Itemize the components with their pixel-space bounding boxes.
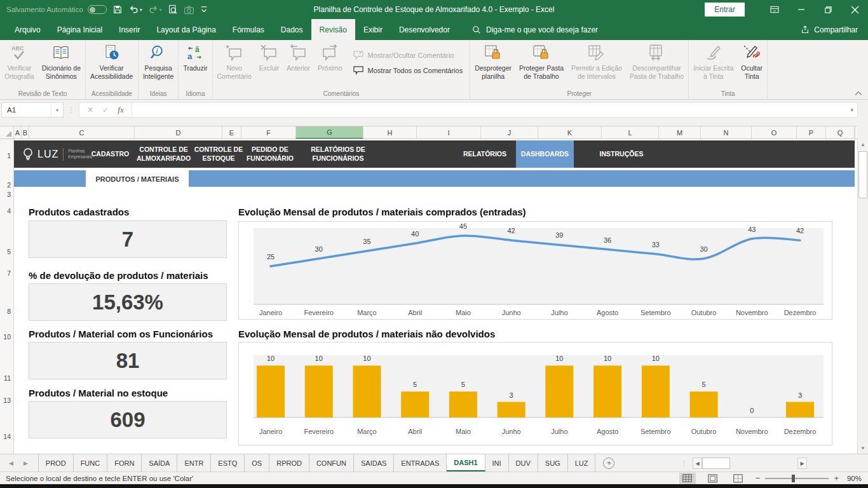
vertical-scroll-thumb[interactable] — [858, 151, 867, 198]
column-header-q[interactable]: Q — [826, 126, 855, 139]
tab-f-rmulas[interactable]: Fórmulas — [224, 19, 273, 40]
sheet-tab-prod[interactable]: PROD — [38, 454, 74, 471]
save-button[interactable] — [112, 4, 123, 15]
column-header-j[interactable]: J — [481, 126, 538, 139]
column-header-g[interactable]: G — [296, 126, 363, 139]
nav-item-cadastro[interactable]: CADASTRO — [85, 140, 135, 168]
scroll-up-icon[interactable]: ▲ — [858, 139, 868, 150]
sheet-tab-luz[interactable]: LUZ — [568, 454, 596, 471]
formula-bar-expand-icon[interactable]: ▾ — [850, 107, 857, 113]
nav-item-dashboards[interactable]: DASHBOARDS — [516, 140, 574, 168]
verificar-acessibilidade-button[interactable]: Verificar Acessibilidade — [86, 41, 137, 90]
column-header-l[interactable]: L — [602, 126, 659, 139]
formula-input[interactable]: ▾ — [132, 102, 858, 118]
zoom-in-icon[interactable]: + — [834, 473, 839, 483]
restore-button[interactable] — [815, 0, 841, 19]
subtab-produtos-materiais[interactable]: PRODUTOS / MATERIAIS — [86, 170, 189, 187]
row-header-11[interactable]: 11 — [4, 374, 11, 382]
tab-revis-o[interactable]: Revisão — [311, 19, 355, 40]
next-sheet-icon[interactable]: ▶ — [24, 460, 28, 466]
customize-qat-icon[interactable] — [200, 5, 208, 14]
row-header-3[interactable]: 3 — [7, 191, 11, 198]
normal-view-button[interactable] — [679, 473, 696, 484]
sheet-tab-os[interactable]: OS — [245, 454, 269, 471]
row-header-13[interactable]: 13 — [3, 396, 11, 404]
column-header-e[interactable]: E — [222, 126, 241, 139]
insert-function-icon[interactable]: fx — [114, 105, 128, 115]
tab-arquivo[interactable]: Arquivo — [6, 19, 49, 40]
sheet-tab-entradas[interactable]: ENTRADAS — [394, 454, 447, 471]
vertical-scrollbar[interactable]: ▲ ▼ — [857, 139, 868, 454]
tab-dados[interactable]: Dados — [273, 19, 311, 40]
ribbon-display-options-icon[interactable] — [761, 0, 788, 19]
sheet-tab-sug[interactable]: SUG — [538, 454, 568, 471]
scroll-right-icon[interactable]: ▶ — [797, 458, 807, 469]
row-header-7[interactable]: 7 — [7, 269, 11, 277]
tab-layout-da-p-gina[interactable]: Layout da Página — [148, 19, 224, 40]
row-header-1[interactable]: 1 — [7, 152, 11, 159]
sign-in-button[interactable]: Entrar — [705, 3, 745, 17]
row-header-5[interactable]: 5 — [7, 248, 11, 255]
nav-item-pedido-de-funcion-rio[interactable]: PEDIDO DE FUNCIONÁRIO — [247, 140, 293, 168]
zoom-slider-thumb[interactable] — [792, 475, 795, 482]
nav-item-instru-es[interactable]: INSTRUÇÕES — [574, 140, 669, 168]
proteger-pasta-de-trabalho-button[interactable]: Proteger Pasta de Trabalho — [515, 41, 567, 90]
tab-split-handle[interactable]: ⋮ — [681, 459, 688, 468]
column-header-m[interactable]: M — [659, 126, 701, 139]
column-header-i[interactable]: I — [417, 126, 481, 139]
horizontal-scroll-thumb[interactable] — [702, 458, 730, 469]
close-button[interactable] — [841, 0, 868, 19]
select-all-corner[interactable] — [0, 126, 14, 139]
column-header-a[interactable]: A — [14, 126, 22, 139]
desproteger-planilha-button[interactable]: Desproteger planilha — [471, 41, 515, 90]
page-break-preview-button[interactable] — [730, 473, 747, 484]
pesquisa-inteligente-button[interactable]: iPesquisa Inteligente — [139, 41, 177, 90]
tell-me-search[interactable]: Diga-me o que você deseja fazer — [472, 19, 598, 40]
tab-p-gina-inicial[interactable]: Página Inicial — [49, 19, 111, 40]
sheet-tab-confun[interactable]: CONFUN — [309, 454, 354, 471]
nav-item-controle-de-estoque[interactable]: CONTROLE DE ESTOQUE — [192, 140, 245, 168]
row-header-10[interactable]: 10 — [3, 333, 11, 341]
horizontal-scrollbar[interactable]: ⋮ ◀ ▶ — [681, 457, 807, 470]
page-layout-view-button[interactable] — [705, 473, 721, 484]
undo-button[interactable]: ▾ — [128, 4, 142, 15]
scroll-left-icon[interactable]: ◀ — [693, 458, 702, 469]
dicion-rio-de-sin-nimos-button[interactable]: Dicionário de Sinônimos — [38, 41, 85, 90]
column-header-k[interactable]: K — [538, 126, 602, 139]
column-header-h[interactable]: H — [363, 126, 417, 139]
zoom-slider[interactable] — [765, 478, 829, 479]
mostrar-todos-os-coment-rios-button[interactable]: Mostrar Todos os Comentários — [353, 65, 463, 75]
traduzir-button[interactable]: ãaTraduzir — [179, 41, 211, 90]
row-header-14[interactable]: 14 — [3, 433, 11, 440]
nav-item-controle-de-almoxarifado[interactable]: CONTROLE DE ALMOXARIFADO — [137, 140, 190, 168]
column-header-b[interactable]: B — [22, 126, 29, 139]
sheet-tab-saidas[interactable]: SAIDAS — [354, 454, 394, 471]
sheet-tab-ini[interactable]: INI — [485, 454, 509, 471]
column-header-p[interactable]: P — [797, 126, 826, 139]
autosave-toggle[interactable]: Salvamento Automático — [6, 5, 107, 14]
print-preview-button[interactable] — [168, 4, 178, 15]
column-header-n[interactable]: N — [701, 126, 752, 139]
sheet-tab-sa-da[interactable]: SAÍDA — [142, 454, 177, 471]
sheet-tab-dash1[interactable]: DASH1 — [447, 454, 485, 471]
tab-desenvolvedor[interactable]: Desenvolvedor — [391, 19, 458, 40]
sheet-tab-estq[interactable]: ESTQ — [211, 454, 245, 471]
column-header-f[interactable]: F — [241, 126, 296, 139]
sheet-tab-rprod[interactable]: RPROD — [269, 454, 309, 471]
sheet-tab-func[interactable]: FUNC — [74, 454, 108, 471]
scroll-down-icon[interactable]: ▼ — [858, 443, 868, 454]
column-header-d[interactable]: D — [135, 126, 222, 139]
add-sheet-button[interactable]: + — [603, 458, 614, 469]
tab-exibir[interactable]: Exibir — [355, 19, 391, 40]
sheet-tab-entr[interactable]: ENTR — [177, 454, 211, 471]
sheet-tab-forn[interactable]: FORN — [107, 454, 142, 471]
collapse-ribbon-icon[interactable] — [855, 91, 862, 96]
autosave-switch-icon[interactable] — [88, 5, 107, 14]
share-button[interactable]: Compartilhar — [800, 19, 868, 40]
column-header-c[interactable]: C — [29, 126, 135, 139]
name-box[interactable]: A1 ▾ — [1, 102, 64, 118]
column-header-o[interactable]: O — [752, 126, 797, 139]
row-header-2[interactable]: 2 — [7, 181, 11, 189]
sheet-tab-duv[interactable]: DUV — [509, 454, 538, 471]
nav-item-relat-rios[interactable]: RELATÓRIOS — [454, 140, 516, 168]
